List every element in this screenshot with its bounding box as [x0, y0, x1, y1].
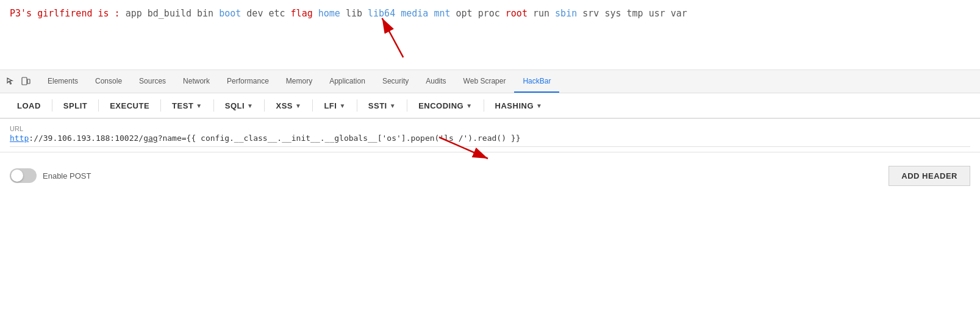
sep1 [52, 99, 52, 112]
devtools-bar: Elements Console Sources Network Perform… [0, 70, 980, 93]
split-button[interactable]: SPLIT [54, 93, 97, 118]
word-home: home [318, 8, 340, 19]
word-app: app [126, 8, 142, 19]
encoding-arrow: ▼ [466, 102, 472, 109]
hackbar-toolbar: LOAD SPLIT EXECUTE TEST ▼ SQLI ▼ XSS ▼ L… [0, 93, 980, 119]
url-rest: ://39.106.193.188:10022/gag?name={{ conf… [29, 134, 520, 143]
tab-audits[interactable]: Audits [417, 70, 454, 93]
xss-button[interactable]: XSS ▼ [266, 93, 311, 118]
response-text: P3's girlfirend is : app bd_build bin bo… [10, 6, 970, 21]
sep8 [407, 99, 407, 112]
bottom-controls: Enable POST ADD HEADER [0, 152, 980, 189]
svg-line-1 [382, 18, 404, 57]
url-scheme: http [10, 134, 29, 143]
hashing-arrow: ▼ [536, 102, 542, 109]
word-opt: opt [456, 8, 473, 19]
test-arrow: ▼ [196, 102, 202, 109]
sep5 [264, 99, 265, 112]
tab-application[interactable]: Application [321, 70, 374, 93]
url-value[interactable]: http://39.106.193.188:10022/gag?name={{ … [10, 134, 970, 147]
word-lib: lib [346, 8, 362, 19]
sqli-button[interactable]: SQLI ▼ [215, 93, 263, 118]
lfi-arrow: ▼ [339, 102, 345, 109]
execute-button[interactable]: EXECUTE [100, 93, 159, 118]
enable-post-label: Enable POST [43, 171, 91, 180]
devtools-icons [5, 76, 32, 88]
sqli-arrow: ▼ [247, 102, 253, 109]
svg-rect-2 [22, 77, 27, 85]
sep4 [213, 99, 214, 112]
xss-arrow: ▼ [295, 102, 301, 109]
tab-security[interactable]: Security [374, 70, 417, 93]
word-run: run [533, 8, 549, 19]
hashing-button[interactable]: HASHING ▼ [485, 93, 553, 118]
word-etc: etc [268, 8, 285, 19]
toggle-container: Enable POST [10, 168, 91, 183]
word-proc: proc [478, 8, 500, 19]
tab-web-scraper[interactable]: Web Scraper [455, 70, 515, 93]
tab-console[interactable]: Console [87, 70, 131, 93]
sep9 [484, 99, 484, 112]
url-label: URL [10, 125, 970, 132]
tab-performance[interactable]: Performance [218, 70, 277, 93]
word-media: media [401, 8, 428, 19]
sep6 [312, 99, 313, 112]
add-header-button[interactable]: ADD HEADER [889, 166, 970, 186]
device-icon[interactable] [20, 76, 32, 88]
response-area: P3's girlfirend is : app bd_build bin bo… [0, 0, 980, 70]
word-root: root [506, 8, 528, 19]
tab-network[interactable]: Network [174, 70, 218, 93]
word-dev: dev [246, 8, 263, 19]
enable-post-toggle[interactable] [10, 168, 37, 183]
encoding-button[interactable]: ENCODING ▼ [409, 93, 482, 118]
tab-sources[interactable]: Sources [131, 70, 174, 93]
word-mnt: mnt [434, 8, 450, 19]
ssti-button[interactable]: SSTI ▼ [359, 93, 406, 118]
word-tmp: tmp [627, 8, 643, 19]
url-section: URL http://39.106.193.188:10022/gag?name… [0, 119, 980, 152]
word-usr: usr [649, 8, 665, 19]
sep2 [98, 99, 99, 112]
inspect-icon[interactable] [5, 76, 17, 88]
word-sys: sys [604, 8, 621, 19]
word-var: var [671, 8, 687, 19]
sep3 [160, 99, 161, 112]
word-bd_build: bd_build [148, 8, 191, 19]
word-srv: srv [582, 8, 599, 19]
word-boot: boot [219, 8, 241, 19]
lfi-button[interactable]: LFI ▼ [314, 93, 355, 118]
response-label: P3's girlfirend is : [10, 8, 120, 19]
word-sbin: sbin [555, 8, 577, 19]
test-button[interactable]: TEST ▼ [162, 93, 212, 118]
svg-rect-3 [27, 79, 30, 84]
word-lib64: lib64 [368, 8, 395, 19]
devtools-tabs: Elements Console Sources Network Perform… [39, 70, 559, 93]
ssti-arrow: ▼ [390, 102, 396, 109]
word-flag: flag [291, 8, 313, 19]
tab-elements[interactable]: Elements [39, 70, 87, 93]
tab-memory[interactable]: Memory [277, 70, 321, 93]
sep7 [357, 99, 357, 112]
word-bin: bin [197, 8, 213, 19]
tab-hackbar[interactable]: HackBar [514, 70, 559, 93]
load-button[interactable]: LOAD [7, 93, 51, 118]
